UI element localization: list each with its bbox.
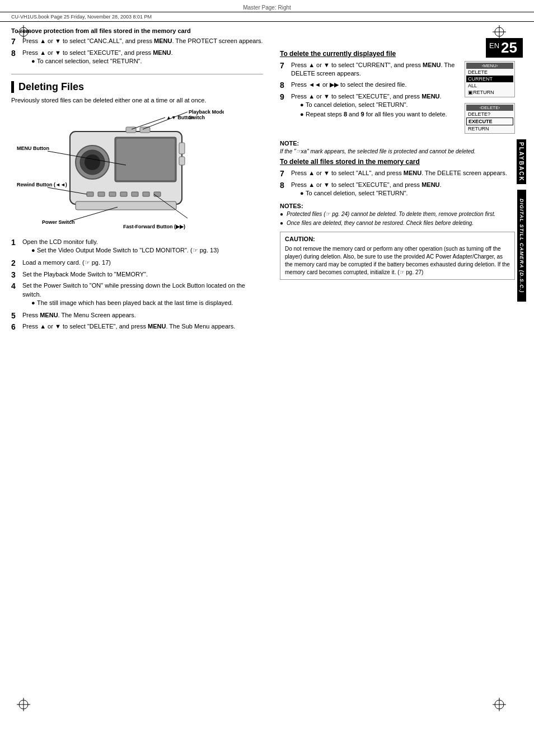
side-tab-playback: PLAYBACK bbox=[517, 139, 526, 184]
deleting-files-title: Deleting Files bbox=[18, 81, 263, 93]
right-column: PLAYBACK DIGITAL STILL CAMERA (D.S.C.) T… bbox=[274, 27, 515, 336]
menu-box-2: ‹DELETE› DELETE? EXECUTE RETURN bbox=[465, 100, 515, 134]
svg-text:Power Switch: Power Switch bbox=[42, 219, 75, 225]
svg-text:Switch: Switch bbox=[189, 115, 205, 120]
svg-rect-21 bbox=[179, 157, 185, 165]
left-step-7a: 7 Press ▲ or ▼ to select "CANC.ALL", and… bbox=[11, 37, 263, 46]
note-label: NOTE: bbox=[280, 140, 515, 147]
note-text: If the "☞xa" mark appears, the selected … bbox=[280, 148, 515, 156]
svg-rect-22 bbox=[76, 201, 176, 210]
step-9b-bullet-1: ● To cancel deletion, select "RETURN". bbox=[300, 101, 460, 109]
svg-line-32 bbox=[143, 112, 188, 129]
step-9b-bullet-2: ● Repeat steps 8 and 9 for all files you… bbox=[300, 110, 460, 119]
svg-text:Playback Mode: Playback Mode bbox=[189, 109, 224, 115]
step-num-7a: 7 bbox=[11, 37, 20, 46]
svg-rect-26 bbox=[120, 192, 127, 196]
camera-svg: ▲▼ Button Playback Mode Switch MENU Butt… bbox=[11, 109, 224, 232]
menu-box-2-title: ‹DELETE› bbox=[466, 105, 513, 111]
caution-text: Do not remove the memory card or perform… bbox=[285, 245, 510, 276]
file-info-bar: CU-VH1US.book Page 25 Friday, November 2… bbox=[0, 12, 534, 22]
step-4: 4 Set the Power Switch to "ON" while pre… bbox=[11, 281, 263, 308]
delete-current-section: To delete the currently displayed file ‹… bbox=[280, 50, 515, 156]
corner-crosshair-br bbox=[493, 698, 506, 711]
svg-rect-24 bbox=[98, 192, 105, 196]
step-num-7b: 7 bbox=[280, 61, 289, 71]
right-step-9b: 9 Press ▲ or ▼ to select "EXECUTE", and … bbox=[280, 92, 460, 120]
svg-text:MENU Button: MENU Button bbox=[17, 145, 49, 151]
step-8c-bullet: ● To cancel deletion, select "RETURN". bbox=[300, 189, 515, 198]
menu-box-1-title: ‹MENU› bbox=[466, 63, 513, 69]
corner-crosshair-bl bbox=[17, 698, 30, 711]
step-content-8a: Press ▲ or ▼ to select "EXECUTE", and pr… bbox=[22, 49, 263, 67]
svg-rect-14 bbox=[116, 139, 175, 180]
svg-point-17 bbox=[85, 154, 100, 170]
menu-box-1: ‹MENU› DELETE CURRENT ALL ▣RETURN bbox=[465, 61, 515, 97]
step-4-bullet: ● The still image which has been played … bbox=[31, 299, 263, 307]
menu-box-1-item-current: CURRENT bbox=[466, 76, 513, 82]
remove-protection-title: To remove protection from all files stor… bbox=[11, 27, 263, 34]
side-tab-digital: DIGITAL STILL CAMERA (D.S.C.) bbox=[517, 190, 526, 302]
right-step-7c: 7 Press ▲ or ▼ to select "ALL", and pres… bbox=[280, 169, 515, 179]
svg-rect-20 bbox=[179, 143, 185, 154]
svg-rect-23 bbox=[87, 192, 93, 196]
intro-text: Previously stored files can be deleted e… bbox=[11, 96, 263, 105]
svg-rect-29 bbox=[154, 192, 161, 196]
main-content: To remove protection from all files stor… bbox=[0, 22, 534, 336]
deleting-files-section-header: Deleting Files bbox=[11, 81, 263, 93]
notes-item-2: ● Once files are deleted, they cannot be… bbox=[280, 219, 515, 227]
right-step-8b: 8 Press ◄◄ or ▶▶ to select the desired f… bbox=[280, 81, 460, 90]
step-8a-bullet: ● To cancel selection, select "RETURN". bbox=[31, 57, 263, 65]
menu-box-1-item-all: ALL bbox=[466, 82, 513, 89]
svg-text:Fast-Forward Button (▶▶): Fast-Forward Button (▶▶) bbox=[123, 224, 185, 229]
left-column: To remove protection from all files stor… bbox=[11, 27, 274, 336]
svg-rect-25 bbox=[109, 192, 116, 196]
left-step-8a: 8 Press ▲ or ▼ to select "EXECUTE", and … bbox=[11, 49, 263, 67]
svg-rect-28 bbox=[143, 192, 149, 196]
page-wrapper: Master Page: Right CU-VH1US.book Page 25… bbox=[0, 0, 534, 756]
step-num-8a: 8 bbox=[11, 49, 20, 58]
menu-box-2-return: RETURN bbox=[466, 125, 513, 132]
notes-label: NOTES: bbox=[280, 203, 515, 209]
svg-rect-27 bbox=[132, 192, 138, 196]
step-1-bullet: ● Set the Video Output Mode Switch to "L… bbox=[31, 246, 263, 255]
menu-box-2-delete-q: DELETE? bbox=[466, 111, 513, 118]
right-step-8c: 8 Press ▲ or ▼ to select "EXECUTE", and … bbox=[280, 181, 515, 199]
steps-1-6: 1 Open the LCD monitor fully. ● Set the … bbox=[11, 238, 263, 332]
col-separator bbox=[11, 74, 263, 74]
notes-item-1: ● Protected files (☞ pg. 24) cannot be d… bbox=[280, 210, 515, 218]
delete-current-title: To delete the currently displayed file bbox=[280, 50, 515, 58]
menu-box-1-item-delete: DELETE bbox=[466, 69, 513, 76]
svg-rect-19 bbox=[140, 127, 150, 133]
step-6: 6 Press ▲ or ▼ to select "DELETE", and p… bbox=[11, 322, 263, 332]
camera-diagram: ▲▼ Button Playback Mode Switch MENU Butt… bbox=[11, 109, 224, 232]
step-5: 5 Press MENU. The Menu Screen appears. bbox=[11, 311, 263, 321]
menu-box-2-execute: EXECUTE bbox=[466, 118, 513, 125]
remove-protection-section: To remove protection from all files stor… bbox=[11, 27, 263, 67]
caution-title: CAUTION: bbox=[285, 235, 510, 243]
svg-text:Rewind Button (◄◄): Rewind Button (◄◄) bbox=[17, 182, 67, 187]
step-content-7a: Press ▲ or ▼ to select "CANC.ALL", and p… bbox=[22, 37, 263, 45]
step-1: 1 Open the LCD monitor fully. ● Set the … bbox=[11, 238, 263, 256]
step-3: 3 Set the Playback Mode Switch to "MEMOR… bbox=[11, 270, 263, 280]
menu-box-1-item-return: ▣RETURN bbox=[466, 89, 513, 96]
caution-box: CAUTION: Do not remove the memory card o… bbox=[280, 232, 515, 280]
svg-rect-18 bbox=[126, 127, 136, 133]
delete-all-title: To delete all files stored in the memory… bbox=[280, 158, 515, 166]
master-header: Master Page: Right bbox=[0, 0, 534, 12]
step-2: 2 Load a memory card. (☞ pg. 17) bbox=[11, 259, 263, 268]
delete-all-section: To delete all files stored in the memory… bbox=[280, 158, 515, 280]
right-step-7b: 7 Press ▲ or ▼ to select "CURRENT", and … bbox=[280, 61, 460, 78]
